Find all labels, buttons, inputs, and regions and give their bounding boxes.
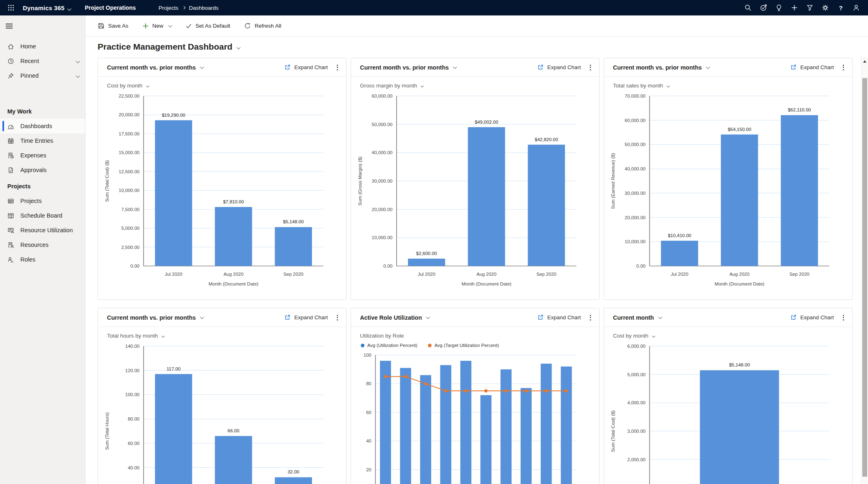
card-view-selector[interactable]: Current month [613,314,662,321]
refresh-icon [244,22,251,29]
quick-create-button[interactable] [787,2,802,14]
svg-text:40.00: 40.00 [128,465,140,470]
chart-selector[interactable]: Cost by month [98,77,346,89]
more-options-button[interactable] [587,312,593,323]
svg-text:2,000.00: 2,000.00 [627,457,646,462]
svg-text:60: 60 [366,410,371,415]
sidebar-item-dashboards[interactable]: Dashboards [0,119,85,133]
chart-selector-label: Cost by month [613,333,648,339]
person-icon [853,4,860,11]
svg-text:Aug 2020: Aug 2020 [476,272,496,277]
sidebar-item-time-entries[interactable]: Time Entries [0,133,85,148]
chart-title: Utilization by Role [351,327,599,339]
card-title: Current month vs. prior months [360,64,449,71]
svg-text:12,500.00: 12,500.00 [119,169,140,174]
svg-text:50,000.00: 50,000.00 [625,142,646,147]
task-check-button[interactable] [756,2,771,14]
expand-chart-icon [284,314,290,320]
svg-text:Sep 2020: Sep 2020 [789,272,809,277]
breadcrumb-projects[interactable]: Projects [159,5,179,11]
chart-selector[interactable]: Cost by month [604,327,852,339]
card-view-selector[interactable]: Current month vs. prior months [360,64,456,71]
more-options-button[interactable] [840,312,846,323]
chevron-down-icon [146,84,149,87]
chart-selector[interactable]: Gross margin by month [351,77,599,89]
new-button[interactable]: New [142,23,172,29]
sidebar-item-projects[interactable]: Projects [0,194,85,208]
sidebar-item-label: Approvals [20,167,79,173]
sidebar-item-resource-utilization[interactable]: Resource Utilization [0,223,85,238]
svg-text:Sum (Earned Revenue) ($): Sum (Earned Revenue) ($) [611,153,615,209]
suite-name[interactable]: Project Operations [85,4,135,11]
svg-text:5,000.00: 5,000.00 [627,372,646,377]
chart-title-label: Utilization by Role [360,333,404,339]
card-view-selector[interactable]: Current month vs. prior months [107,314,203,321]
save-as-button[interactable]: Save As [98,22,129,29]
account-button[interactable] [848,2,864,14]
dashboard-selector-chevron-icon[interactable] [237,45,241,49]
card-view-selector[interactable]: Current month vs. prior months [613,64,709,71]
svg-text:0.00: 0.00 [131,264,140,268]
refresh-all-button[interactable]: Refresh All [244,22,281,29]
card-view-selector[interactable]: Current month vs. prior months [107,64,203,71]
sidebar-item-pinned[interactable]: Pinned [0,68,85,83]
expand-chart-button[interactable]: Expand Chart [284,64,328,70]
home-icon [7,43,14,50]
set-as-default-label: Set As Default [196,23,231,29]
expand-chart-button[interactable]: Expand Chart [537,314,581,320]
svg-text:Sum (Total Cost) ($): Sum (Total Cost) ($) [105,160,109,202]
svg-text:15,000.00: 15,000.00 [119,150,140,155]
dashboard-icon [7,123,14,130]
search-button[interactable] [740,2,756,14]
expand-chart-button[interactable]: Expand Chart [284,314,328,320]
expand-chart-label: Expand Chart [294,64,328,70]
settings-button[interactable] [818,2,833,14]
scrollbar-thumb[interactable] [862,78,867,477]
card-view-selector[interactable]: Active Role Utilization [360,314,430,321]
svg-text:4,000.00: 4,000.00 [627,400,646,405]
expand-chart-button[interactable]: Expand Chart [537,64,581,70]
collapse-sidebar-button[interactable] [6,19,22,33]
sidebar-item-resources[interactable]: Resources [0,238,85,252]
app-launcher-waffle-icon[interactable] [4,2,18,14]
sidebar-section-projects: Projects [0,177,85,194]
expand-chart-label: Expand Chart [800,314,834,320]
new-label: New [153,23,164,29]
chart-selector[interactable]: Total sales by month [604,77,852,89]
legend-label: Avg (Target Utilization Percent) [434,343,499,348]
expand-chart-icon [284,64,290,70]
lightbulb-button[interactable] [771,2,787,14]
sidebar-item-schedule-board[interactable]: Schedule Board [0,208,85,223]
breadcrumb-dashboards[interactable]: Dashboards [189,5,219,11]
bar-chart-current-month-cost: 0.001,000.002,000.003,000.004,000.005,00… [604,340,841,484]
chart-selector[interactable]: Total hours by month [98,327,346,339]
expand-chart-button[interactable]: Expand Chart [790,64,834,70]
more-options-button[interactable] [587,62,593,73]
more-options-button[interactable] [334,312,340,323]
sidebar-item-roles[interactable]: Roles [0,252,85,267]
svg-text:Sum (Total Cost) ($): Sum (Total Cost) ($) [611,410,615,452]
sidebar-item-recent[interactable]: Recent [0,54,85,68]
sidebar-section-my-work: My Work [0,102,85,119]
more-options-button[interactable] [840,62,846,73]
svg-text:70,000.00: 70,000.00 [625,94,646,98]
help-button[interactable]: ? [833,2,848,14]
svg-text:7,500.00: 7,500.00 [121,207,140,212]
set-as-default-button[interactable]: Set As Default [185,23,231,29]
vertical-scrollbar[interactable] [861,57,868,484]
sidebar-item-home[interactable]: Home [0,39,85,54]
project-icon [7,198,14,205]
expand-chart-button[interactable]: Expand Chart [790,314,834,320]
lightbulb-icon [775,4,783,11]
sidebar-item-expenses[interactable]: Expenses [0,148,85,163]
scroll-up-button[interactable] [861,57,868,66]
filter-button[interactable] [802,2,818,14]
chevron-down-icon[interactable] [68,7,72,11]
chevron-right-icon [182,6,185,9]
legend-dot-orange [428,344,432,347]
sidebar-item-approvals[interactable]: Approvals [0,163,85,177]
svg-text:$54,150.00: $54,150.00 [728,127,751,132]
svg-text:$62,110.00: $62,110.00 [788,107,811,112]
more-options-button[interactable] [334,62,340,73]
svg-text:10,000.00: 10,000.00 [625,239,646,244]
